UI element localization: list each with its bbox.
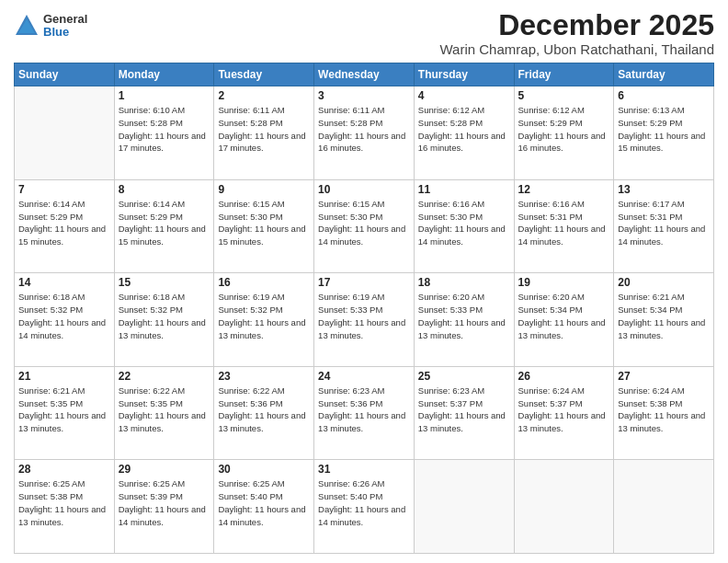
table-row: 25Sunrise: 6:23 AMSunset: 5:37 PMDayligh… — [414, 366, 514, 460]
day-info: Sunrise: 6:21 AMSunset: 5:35 PMDaylight:… — [18, 385, 110, 435]
day-number: 8 — [119, 183, 210, 196]
table-row: 2Sunrise: 6:11 AMSunset: 5:28 PMDaylight… — [214, 86, 314, 180]
day-number: 1 — [119, 89, 210, 102]
day-info: Sunrise: 6:26 AMSunset: 5:40 PMDaylight:… — [318, 477, 410, 528]
day-number: 28 — [18, 463, 110, 476]
table-row: 23Sunrise: 6:22 AMSunset: 5:36 PMDayligh… — [214, 366, 314, 460]
calendar-header-row: Sunday Monday Tuesday Wednesday Thursday… — [15, 63, 714, 86]
day-info: Sunrise: 6:19 AMSunset: 5:33 PMDaylight:… — [318, 291, 410, 341]
day-number: 30 — [218, 463, 310, 476]
day-info: Sunrise: 6:23 AMSunset: 5:36 PMDaylight:… — [318, 385, 410, 435]
day-number: 2 — [218, 89, 310, 102]
day-info: Sunrise: 6:22 AMSunset: 5:36 PMDaylight:… — [218, 385, 310, 435]
month-title: December 2025 — [440, 9, 715, 41]
day-info: Sunrise: 6:25 AMSunset: 5:40 PMDaylight:… — [218, 477, 310, 528]
col-thursday: Thursday — [414, 63, 514, 86]
week-row-1: 1Sunrise: 6:10 AMSunset: 5:28 PMDaylight… — [15, 86, 714, 180]
table-row: 9Sunrise: 6:15 AMSunset: 5:30 PMDaylight… — [214, 179, 314, 273]
week-row-3: 14Sunrise: 6:18 AMSunset: 5:32 PMDayligh… — [15, 273, 714, 367]
table-row: 30Sunrise: 6:25 AMSunset: 5:40 PMDayligh… — [214, 460, 314, 554]
day-info: Sunrise: 6:11 AMSunset: 5:28 PMDaylight:… — [218, 104, 310, 155]
table-row: 27Sunrise: 6:24 AMSunset: 5:38 PMDayligh… — [614, 366, 714, 460]
day-info: Sunrise: 6:20 AMSunset: 5:34 PMDaylight:… — [518, 291, 610, 341]
day-number: 27 — [618, 370, 710, 383]
day-number: 31 — [318, 463, 410, 476]
day-number: 15 — [119, 276, 210, 289]
table-row — [514, 460, 614, 554]
table-row: 14Sunrise: 6:18 AMSunset: 5:32 PMDayligh… — [15, 273, 115, 367]
day-info: Sunrise: 6:25 AMSunset: 5:38 PMDaylight:… — [18, 477, 110, 528]
table-row: 20Sunrise: 6:21 AMSunset: 5:34 PMDayligh… — [614, 273, 714, 367]
day-info: Sunrise: 6:21 AMSunset: 5:34 PMDaylight:… — [618, 291, 710, 341]
day-info: Sunrise: 6:18 AMSunset: 5:32 PMDaylight:… — [18, 291, 110, 341]
day-info: Sunrise: 6:13 AMSunset: 5:29 PMDaylight:… — [618, 104, 710, 155]
table-row: 28Sunrise: 6:25 AMSunset: 5:38 PMDayligh… — [15, 460, 115, 554]
day-number: 16 — [218, 276, 310, 289]
week-row-2: 7Sunrise: 6:14 AMSunset: 5:29 PMDaylight… — [15, 179, 714, 273]
table-row: 7Sunrise: 6:14 AMSunset: 5:29 PMDaylight… — [15, 179, 115, 273]
table-row: 13Sunrise: 6:17 AMSunset: 5:31 PMDayligh… — [614, 179, 714, 273]
logo-blue-text: Blue — [43, 26, 87, 39]
day-number: 10 — [318, 183, 410, 196]
col-sunday: Sunday — [15, 63, 115, 86]
day-info: Sunrise: 6:16 AMSunset: 5:31 PMDaylight:… — [518, 198, 610, 248]
table-row: 15Sunrise: 6:18 AMSunset: 5:32 PMDayligh… — [114, 273, 214, 367]
location-title: Warin Chamrap, Ubon Ratchathani, Thailan… — [440, 41, 715, 57]
table-row: 8Sunrise: 6:14 AMSunset: 5:29 PMDaylight… — [114, 179, 214, 273]
table-row: 1Sunrise: 6:10 AMSunset: 5:28 PMDaylight… — [114, 86, 214, 180]
day-number: 19 — [518, 276, 610, 289]
day-info: Sunrise: 6:18 AMSunset: 5:32 PMDaylight:… — [119, 291, 210, 341]
logo-general-text: General — [43, 13, 87, 26]
table-row: 19Sunrise: 6:20 AMSunset: 5:34 PMDayligh… — [514, 273, 614, 367]
table-row: 6Sunrise: 6:13 AMSunset: 5:29 PMDaylight… — [614, 86, 714, 180]
day-info: Sunrise: 6:23 AMSunset: 5:37 PMDaylight:… — [418, 385, 510, 435]
day-number: 9 — [218, 183, 310, 196]
table-row — [614, 460, 714, 554]
col-tuesday: Tuesday — [214, 63, 314, 86]
day-number: 4 — [418, 89, 510, 102]
calendar-table: Sunday Monday Tuesday Wednesday Thursday… — [14, 63, 714, 554]
day-info: Sunrise: 6:14 AMSunset: 5:29 PMDaylight:… — [18, 198, 110, 248]
day-number: 3 — [318, 89, 410, 102]
day-number: 14 — [18, 276, 110, 289]
table-row: 11Sunrise: 6:16 AMSunset: 5:30 PMDayligh… — [414, 179, 514, 273]
day-info: Sunrise: 6:15 AMSunset: 5:30 PMDaylight:… — [318, 198, 410, 248]
col-monday: Monday — [114, 63, 214, 86]
day-number: 22 — [119, 370, 210, 383]
day-info: Sunrise: 6:11 AMSunset: 5:28 PMDaylight:… — [318, 104, 410, 155]
day-number: 6 — [618, 89, 710, 102]
day-info: Sunrise: 6:25 AMSunset: 5:39 PMDaylight:… — [119, 477, 210, 528]
week-row-5: 28Sunrise: 6:25 AMSunset: 5:38 PMDayligh… — [15, 460, 714, 554]
logo-text: General Blue — [43, 13, 87, 40]
day-number: 20 — [618, 276, 710, 289]
day-info: Sunrise: 6:14 AMSunset: 5:29 PMDaylight:… — [119, 198, 210, 248]
table-row: 17Sunrise: 6:19 AMSunset: 5:33 PMDayligh… — [314, 273, 415, 367]
table-row: 29Sunrise: 6:25 AMSunset: 5:39 PMDayligh… — [114, 460, 214, 554]
table-row: 21Sunrise: 6:21 AMSunset: 5:35 PMDayligh… — [15, 366, 115, 460]
day-info: Sunrise: 6:22 AMSunset: 5:35 PMDaylight:… — [119, 385, 210, 435]
col-friday: Friday — [514, 63, 614, 86]
col-saturday: Saturday — [614, 63, 714, 86]
page: General Blue December 2025 Warin Chamrap… — [0, 0, 728, 563]
table-row: 4Sunrise: 6:12 AMSunset: 5:28 PMDaylight… — [414, 86, 514, 180]
table-row: 5Sunrise: 6:12 AMSunset: 5:29 PMDaylight… — [514, 86, 614, 180]
day-info: Sunrise: 6:24 AMSunset: 5:37 PMDaylight:… — [518, 385, 610, 435]
day-number: 26 — [518, 370, 610, 383]
day-number: 29 — [119, 463, 210, 476]
day-info: Sunrise: 6:17 AMSunset: 5:31 PMDaylight:… — [618, 198, 710, 248]
day-number: 12 — [518, 183, 610, 196]
day-info: Sunrise: 6:24 AMSunset: 5:38 PMDaylight:… — [618, 385, 710, 435]
day-info: Sunrise: 6:12 AMSunset: 5:29 PMDaylight:… — [518, 104, 610, 155]
day-info: Sunrise: 6:10 AMSunset: 5:28 PMDaylight:… — [119, 104, 210, 155]
col-wednesday: Wednesday — [314, 63, 415, 86]
day-number: 21 — [18, 370, 110, 383]
day-info: Sunrise: 6:19 AMSunset: 5:32 PMDaylight:… — [218, 291, 310, 341]
header: General Blue December 2025 Warin Chamrap… — [14, 9, 714, 57]
day-number: 13 — [618, 183, 710, 196]
table-row: 24Sunrise: 6:23 AMSunset: 5:36 PMDayligh… — [314, 366, 415, 460]
table-row: 16Sunrise: 6:19 AMSunset: 5:32 PMDayligh… — [214, 273, 314, 367]
day-info: Sunrise: 6:20 AMSunset: 5:33 PMDaylight:… — [418, 291, 510, 341]
week-row-4: 21Sunrise: 6:21 AMSunset: 5:35 PMDayligh… — [15, 366, 714, 460]
title-block: December 2025 Warin Chamrap, Ubon Ratcha… — [440, 9, 715, 57]
table-row: 26Sunrise: 6:24 AMSunset: 5:37 PMDayligh… — [514, 366, 614, 460]
